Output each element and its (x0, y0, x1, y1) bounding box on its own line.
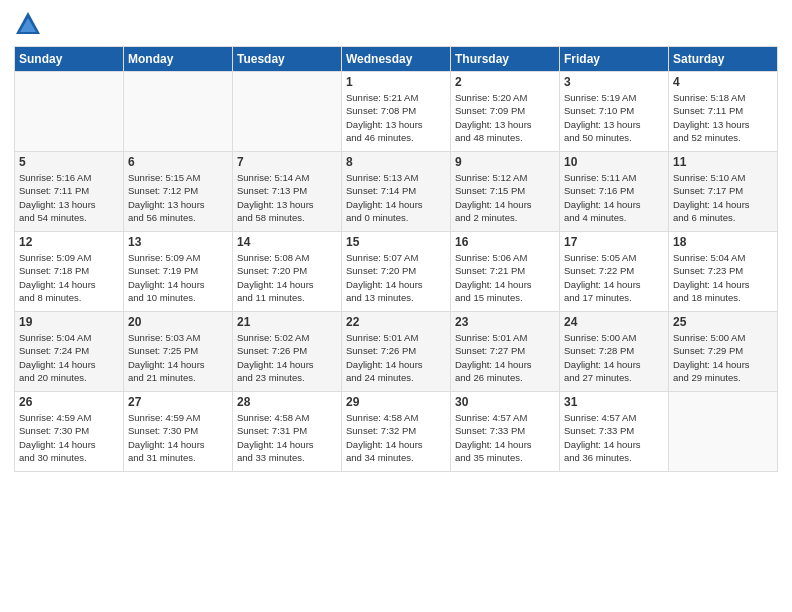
day-number: 7 (237, 155, 337, 169)
day-info: Sunrise: 5:00 AMSunset: 7:29 PMDaylight:… (673, 331, 773, 384)
day-info: Sunrise: 5:09 AMSunset: 7:18 PMDaylight:… (19, 251, 119, 304)
calendar-cell (124, 72, 233, 152)
calendar-cell: 21Sunrise: 5:02 AMSunset: 7:26 PMDayligh… (233, 312, 342, 392)
day-info-line: Sunset: 7:26 PM (346, 344, 446, 357)
day-info-line: Sunset: 7:27 PM (455, 344, 555, 357)
day-number: 28 (237, 395, 337, 409)
day-info-line: Sunrise: 5:07 AM (346, 251, 446, 264)
calendar-cell: 30Sunrise: 4:57 AMSunset: 7:33 PMDayligh… (451, 392, 560, 472)
day-info-line: Sunrise: 5:05 AM (564, 251, 664, 264)
day-info-line: Daylight: 14 hours (673, 198, 773, 211)
day-info-line: Sunrise: 4:59 AM (19, 411, 119, 424)
header (14, 10, 778, 38)
day-info-line: Daylight: 14 hours (346, 198, 446, 211)
day-info-line: Daylight: 14 hours (673, 358, 773, 371)
day-info-line: Sunrise: 5:03 AM (128, 331, 228, 344)
day-info: Sunrise: 5:16 AMSunset: 7:11 PMDaylight:… (19, 171, 119, 224)
day-info: Sunrise: 5:00 AMSunset: 7:28 PMDaylight:… (564, 331, 664, 384)
calendar-cell: 23Sunrise: 5:01 AMSunset: 7:27 PMDayligh… (451, 312, 560, 392)
day-info-line: Sunrise: 4:57 AM (455, 411, 555, 424)
calendar-cell: 1Sunrise: 5:21 AMSunset: 7:08 PMDaylight… (342, 72, 451, 152)
day-info: Sunrise: 5:05 AMSunset: 7:22 PMDaylight:… (564, 251, 664, 304)
day-info: Sunrise: 4:59 AMSunset: 7:30 PMDaylight:… (128, 411, 228, 464)
calendar-cell: 15Sunrise: 5:07 AMSunset: 7:20 PMDayligh… (342, 232, 451, 312)
day-info-line: Sunset: 7:22 PM (564, 264, 664, 277)
weekday-header-wednesday: Wednesday (342, 47, 451, 72)
day-info-line: Daylight: 14 hours (128, 358, 228, 371)
calendar-cell: 26Sunrise: 4:59 AMSunset: 7:30 PMDayligh… (15, 392, 124, 472)
day-info: Sunrise: 5:01 AMSunset: 7:26 PMDaylight:… (346, 331, 446, 384)
calendar-cell: 7Sunrise: 5:14 AMSunset: 7:13 PMDaylight… (233, 152, 342, 232)
day-number: 4 (673, 75, 773, 89)
day-number: 27 (128, 395, 228, 409)
day-info: Sunrise: 5:15 AMSunset: 7:12 PMDaylight:… (128, 171, 228, 224)
day-info-line: Sunset: 7:20 PM (237, 264, 337, 277)
calendar-cell: 31Sunrise: 4:57 AMSunset: 7:33 PMDayligh… (560, 392, 669, 472)
weekday-header-thursday: Thursday (451, 47, 560, 72)
weekday-header-monday: Monday (124, 47, 233, 72)
day-info-line: Daylight: 14 hours (564, 438, 664, 451)
day-info-line: Sunrise: 5:15 AM (128, 171, 228, 184)
day-info: Sunrise: 4:58 AMSunset: 7:31 PMDaylight:… (237, 411, 337, 464)
day-info-line: and 0 minutes. (346, 211, 446, 224)
day-number: 23 (455, 315, 555, 329)
day-info: Sunrise: 5:04 AMSunset: 7:23 PMDaylight:… (673, 251, 773, 304)
calendar-cell: 5Sunrise: 5:16 AMSunset: 7:11 PMDaylight… (15, 152, 124, 232)
logo-icon (14, 10, 42, 38)
day-info-line: Sunrise: 5:08 AM (237, 251, 337, 264)
day-info-line: Daylight: 13 hours (455, 118, 555, 131)
week-row-2: 5Sunrise: 5:16 AMSunset: 7:11 PMDaylight… (15, 152, 778, 232)
day-info-line: Sunset: 7:26 PM (237, 344, 337, 357)
day-info: Sunrise: 5:01 AMSunset: 7:27 PMDaylight:… (455, 331, 555, 384)
day-number: 9 (455, 155, 555, 169)
calendar-cell: 20Sunrise: 5:03 AMSunset: 7:25 PMDayligh… (124, 312, 233, 392)
day-info-line: Sunset: 7:20 PM (346, 264, 446, 277)
day-info: Sunrise: 4:59 AMSunset: 7:30 PMDaylight:… (19, 411, 119, 464)
day-info-line: and 36 minutes. (564, 451, 664, 464)
day-info-line: and 8 minutes. (19, 291, 119, 304)
day-number: 19 (19, 315, 119, 329)
day-info-line: Sunset: 7:19 PM (128, 264, 228, 277)
day-info-line: and 11 minutes. (237, 291, 337, 304)
calendar-cell: 17Sunrise: 5:05 AMSunset: 7:22 PMDayligh… (560, 232, 669, 312)
day-info-line: and 35 minutes. (455, 451, 555, 464)
day-info: Sunrise: 5:03 AMSunset: 7:25 PMDaylight:… (128, 331, 228, 384)
day-info-line: Daylight: 14 hours (673, 278, 773, 291)
day-info: Sunrise: 4:57 AMSunset: 7:33 PMDaylight:… (564, 411, 664, 464)
day-info-line: Daylight: 14 hours (19, 358, 119, 371)
day-info-line: Sunset: 7:11 PM (673, 104, 773, 117)
day-info-line: Sunrise: 5:14 AM (237, 171, 337, 184)
calendar-cell: 12Sunrise: 5:09 AMSunset: 7:18 PMDayligh… (15, 232, 124, 312)
calendar-cell: 13Sunrise: 5:09 AMSunset: 7:19 PMDayligh… (124, 232, 233, 312)
day-info-line: Sunset: 7:28 PM (564, 344, 664, 357)
day-info-line: and 23 minutes. (237, 371, 337, 384)
day-info-line: Daylight: 13 hours (19, 198, 119, 211)
day-info-line: Daylight: 14 hours (564, 278, 664, 291)
day-number: 22 (346, 315, 446, 329)
day-info-line: Sunrise: 5:12 AM (455, 171, 555, 184)
weekday-header-row: SundayMondayTuesdayWednesdayThursdayFrid… (15, 47, 778, 72)
day-info-line: and 48 minutes. (455, 131, 555, 144)
day-number: 3 (564, 75, 664, 89)
day-number: 13 (128, 235, 228, 249)
calendar-cell: 29Sunrise: 4:58 AMSunset: 7:32 PMDayligh… (342, 392, 451, 472)
day-info-line: Daylight: 14 hours (237, 358, 337, 371)
calendar-cell: 4Sunrise: 5:18 AMSunset: 7:11 PMDaylight… (669, 72, 778, 152)
day-info: Sunrise: 5:13 AMSunset: 7:14 PMDaylight:… (346, 171, 446, 224)
day-info-line: and 29 minutes. (673, 371, 773, 384)
day-info: Sunrise: 5:12 AMSunset: 7:15 PMDaylight:… (455, 171, 555, 224)
day-info: Sunrise: 5:07 AMSunset: 7:20 PMDaylight:… (346, 251, 446, 304)
day-info-line: Daylight: 14 hours (237, 278, 337, 291)
day-number: 18 (673, 235, 773, 249)
day-info-line: Daylight: 14 hours (455, 438, 555, 451)
day-info-line: Sunrise: 5:11 AM (564, 171, 664, 184)
weekday-header-friday: Friday (560, 47, 669, 72)
day-number: 10 (564, 155, 664, 169)
day-number: 26 (19, 395, 119, 409)
calendar-cell: 18Sunrise: 5:04 AMSunset: 7:23 PMDayligh… (669, 232, 778, 312)
day-info-line: and 33 minutes. (237, 451, 337, 464)
day-info-line: Daylight: 14 hours (19, 438, 119, 451)
day-info-line: Sunset: 7:13 PM (237, 184, 337, 197)
day-number: 2 (455, 75, 555, 89)
day-info-line: Sunset: 7:33 PM (564, 424, 664, 437)
